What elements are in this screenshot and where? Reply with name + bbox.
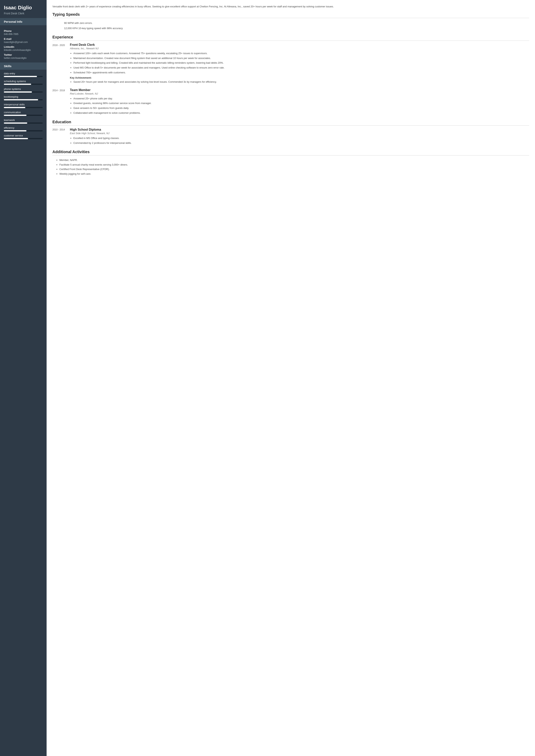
skill-bar-fill <box>4 130 26 131</box>
exp-content: Front Desk ClerkAltreana, Inc., Newark N… <box>70 43 529 85</box>
skill-bar-dark <box>27 123 43 124</box>
edu-content: High School DiplomaEast Side High School… <box>70 128 529 146</box>
experience-entries: 2018 - 2020Front Desk ClerkAltreana, Inc… <box>52 43 529 116</box>
skill-item: customer service <box>4 134 43 139</box>
skill-bar-fill <box>4 107 25 108</box>
additional-section: Additional Activities Member, NAPR.Facil… <box>52 150 529 176</box>
skill-bar-fill <box>4 92 32 93</box>
experience-section: Experience 2018 - 2020Front Desk ClerkAl… <box>52 35 529 116</box>
skill-name: teamwork <box>4 119 43 122</box>
experience-entry: 2018 - 2020Front Desk ClerkAltreana, Inc… <box>52 43 529 85</box>
email-label: E-mail <box>4 38 43 41</box>
sidebar: Isaac Diglio Front Desk Clerk Personal I… <box>0 0 46 756</box>
exp-bullet: Scheduled 700+ appointments with custome… <box>73 70 529 75</box>
exp-bullets: Answered 100+ calls each week from custo… <box>70 51 529 75</box>
skill-bar-dark <box>25 107 43 108</box>
skill-name: customer service <box>4 134 43 137</box>
skill-bar-dark <box>32 92 43 93</box>
exp-bullet: Maintained documentation. Created new do… <box>73 56 529 60</box>
edu-degree: High School Diploma <box>70 128 529 131</box>
phone-value: 646-898-7895 <box>4 33 43 36</box>
edu-bullet: Excelled in MS Office and typing classes… <box>73 136 529 140</box>
skills-section: data entryscheduling systemsphone system… <box>0 70 46 144</box>
skill-item: data entry <box>4 72 43 77</box>
skill-bar <box>4 107 43 108</box>
typing-items: 90 WPM with zero errors.12,000 KPH 10-ke… <box>52 20 529 31</box>
skill-bar <box>4 99 43 100</box>
education-entries: 2010 - 2014High School DiplomaEast Side … <box>52 128 529 146</box>
phone-label: Phone <box>4 30 43 32</box>
exp-company: Altreana, Inc., Newark NJ <box>70 47 529 50</box>
skill-bar-fill <box>4 84 31 85</box>
edu-school: East Side High School, Newark, NJ <box>70 132 529 135</box>
typing-speeds-title: Typing Speeds <box>52 12 529 18</box>
edu-bullets: Excelled in MS Office and typing classes… <box>70 136 529 145</box>
skill-name: communication <box>4 111 43 114</box>
education-section: Education 2010 - 2014High School Diploma… <box>52 120 529 146</box>
skill-bar <box>4 76 43 77</box>
skill-name: efficiency <box>4 126 43 129</box>
skill-bar-fill <box>4 138 28 139</box>
additional-bullets: Member, NAPR.Facilitate 5 annual charity… <box>52 158 529 176</box>
exp-bullet: Collaborated with management to solve cu… <box>73 111 529 115</box>
skill-bar <box>4 92 43 93</box>
skill-bar-dark <box>28 138 43 139</box>
additional-bullet: Certified Front Desk Representative (CFD… <box>59 167 529 171</box>
exp-bullet: Performed light bookkeeping and billing.… <box>73 61 529 65</box>
skills-heading: Skills <box>0 63 46 70</box>
skill-item: phone systems <box>4 88 43 93</box>
sidebar-header: Isaac Diglio Front Desk Clerk <box>0 0 46 18</box>
skill-item: scheduling systems <box>4 80 43 85</box>
exp-bullet: Greeted guests, receiving 98% customer s… <box>73 101 529 105</box>
typing-item: 12,000 KPH 10-key typing speed with 98% … <box>52 26 529 31</box>
candidate-name: Isaac Diglio <box>4 5 43 11</box>
skill-bar <box>4 123 43 124</box>
typing-speeds-section: Typing Speeds 90 WPM with zero errors.12… <box>52 12 529 31</box>
skill-item: bookkeeping <box>4 95 43 100</box>
education-title: Education <box>52 120 529 126</box>
key-achievement-label: Key Achievement: <box>70 76 529 79</box>
skill-name: scheduling systems <box>4 80 43 83</box>
skill-bar <box>4 115 43 116</box>
exp-content: Team MemberRed Lobster, Newark, NJAnswer… <box>70 88 529 116</box>
typing-item: 90 WPM with zero errors. <box>52 20 529 26</box>
exp-job-title: Front Desk Clerk <box>70 43 529 46</box>
skill-item: teamwork <box>4 119 43 124</box>
skill-bar-fill <box>4 99 38 100</box>
main-content: Versatile front desk clerk with 2+ years… <box>46 0 535 756</box>
linkedin-label: LinkedIn <box>4 45 43 48</box>
skill-bar-dark <box>37 76 43 77</box>
skill-name: interpersonal skills <box>4 103 43 106</box>
personal-info-heading: Personal Info <box>0 18 46 25</box>
skill-bar-fill <box>4 123 27 124</box>
candidate-job-title: Front Desk Clerk <box>4 12 43 15</box>
summary-text: Versatile front desk clerk with 2+ years… <box>52 5 529 9</box>
skill-bar-fill <box>4 76 37 77</box>
exp-dates: 2018 - 2020 <box>52 43 66 85</box>
skill-name: data entry <box>4 72 43 75</box>
skill-bar-fill <box>4 115 26 116</box>
additional-bullet: Facilitate 5 annual charity meal events … <box>59 162 529 167</box>
education-entry: 2010 - 2014High School DiplomaEast Side … <box>52 128 529 146</box>
skill-name: bookkeeping <box>4 95 43 98</box>
additional-title: Additional Activities <box>52 150 529 155</box>
edu-dates: 2010 - 2014 <box>52 128 66 146</box>
experience-title: Experience <box>52 35 529 41</box>
personal-info-content: Phone 646-898-7895 E-mail isaacdiglio@gm… <box>0 25 46 63</box>
skill-bar-dark <box>31 84 43 85</box>
exp-company: Red Lobster, Newark, NJ <box>70 92 529 95</box>
exp-bullet: Answered 100+ calls each week from custo… <box>73 51 529 56</box>
skill-item: efficiency <box>4 126 43 131</box>
additional-bullet: Weekly jogging for self-care. <box>59 172 529 176</box>
key-achievement-bullet: Saved 20+ hours per week for managers an… <box>73 80 529 84</box>
email-value: isaacdiglio@gmail.com <box>4 41 43 43</box>
twitter-value: twitter.com/isaacdiglio <box>4 57 43 59</box>
exp-bullet: Gave answers to 50+ questions from guest… <box>73 106 529 110</box>
experience-entry: 2014 - 2018Team MemberRed Lobster, Newar… <box>52 88 529 116</box>
skill-bar-dark <box>26 130 43 131</box>
key-achievement-bullets: Saved 20+ hours per week for managers an… <box>70 80 529 84</box>
skill-name: phone systems <box>4 88 43 91</box>
additional-bullet: Member, NAPR. <box>59 158 529 162</box>
exp-bullet: Used MS Office to draft 5+ documents per… <box>73 66 529 70</box>
exp-bullets: Answered 25+ phone calls per day.Greeted… <box>70 97 529 115</box>
